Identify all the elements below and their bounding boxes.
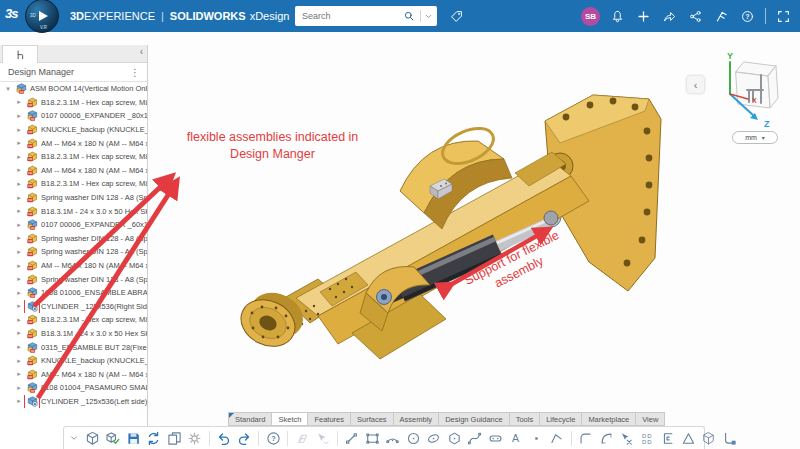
- tree-item[interactable]: ▸CYLINDER _125x536(Right Side...: [0, 300, 147, 314]
- expand-caret-icon[interactable]: ▸: [15, 207, 23, 215]
- tree-item[interactable]: ▸CYLINDER _125x536(Left side) (...: [0, 395, 147, 409]
- tree-item[interactable]: ▸swSpring washer DIN 128 - A8 (Spri...: [0, 272, 147, 286]
- tree-item[interactable]: ▸sw0108 01004_PASAMURO SMAL...: [0, 381, 147, 395]
- expand-caret-icon[interactable]: ▸: [15, 234, 23, 242]
- undo-icon[interactable]: [215, 430, 232, 447]
- pattern-icon[interactable]: DDDD: [639, 430, 656, 447]
- expand-caret-icon[interactable]: ▸: [15, 329, 23, 337]
- help-circle-icon[interactable]: ?: [739, 8, 756, 25]
- polyline-icon[interactable]: [548, 430, 565, 447]
- tab-sketch[interactable]: Sketch: [272, 412, 308, 426]
- tree-item[interactable]: ▸swAM -- M64 x 180 N (AM -- M64 x...: [0, 136, 147, 150]
- sync-icon[interactable]: [145, 430, 162, 447]
- mirror-icon[interactable]: [680, 430, 697, 447]
- trim-icon[interactable]: [618, 430, 635, 447]
- tree-item[interactable]: ▸sw1008 01006_ENSAMBLE ABRAZ...: [0, 286, 147, 300]
- expand-icon[interactable]: [775, 8, 792, 25]
- import-export-icon[interactable]: [166, 430, 183, 447]
- tree-item[interactable]: ▸swB18.2.3.1M - Hex cap screw, M8 ...: [0, 313, 147, 327]
- panel-collapse-icon[interactable]: ‹: [140, 46, 143, 57]
- expand-caret-icon[interactable]: ▸: [15, 166, 23, 174]
- tree-item[interactable]: ▸sw0107 00006_EXPANDER _60x14...: [0, 218, 147, 232]
- tab-surfaces[interactable]: Surfaces: [351, 412, 394, 426]
- search-input[interactable]: [302, 11, 400, 21]
- tree-item[interactable]: ▸swSpring washer DIN 128 - A8 (Spri...: [0, 191, 147, 205]
- tag-icon[interactable]: [447, 7, 465, 25]
- tree-item[interactable]: ▸sw0107 00006_EXPANDER _80x14...: [0, 109, 147, 123]
- tree-item[interactable]: ▸swB18.3.1M - 24 x 3.0 x 50 Hex SH...: [0, 327, 147, 341]
- convert-entities-icon[interactable]: [721, 430, 738, 447]
- expand-caret-icon[interactable]: ▸: [15, 98, 23, 106]
- tab-lifecycle[interactable]: Lifecycle: [540, 412, 582, 426]
- tab-features[interactable]: Features: [308, 412, 351, 426]
- tab-tools[interactable]: Tools: [510, 412, 541, 426]
- view-cube[interactable]: Y Z X: [710, 50, 784, 130]
- expand-caret-icon[interactable]: ▸: [15, 194, 23, 202]
- tree-item[interactable]: ▸sw0315_ENSAMBLE BUT 28(Fixed)...: [0, 340, 147, 354]
- kebab-menu-icon[interactable]: ⋮: [130, 67, 147, 78]
- validate-part-icon[interactable]: [104, 430, 121, 447]
- sketch-text-icon[interactable]: A: [507, 430, 524, 447]
- box-3d-icon[interactable]: [700, 430, 717, 447]
- expand-caret-icon[interactable]: ▸: [15, 302, 23, 310]
- share-network-icon[interactable]: [687, 8, 704, 25]
- expand-caret-icon[interactable]: ▸: [15, 370, 23, 378]
- search-icon[interactable]: [400, 8, 417, 25]
- save-icon[interactable]: [125, 430, 142, 447]
- line-icon[interactable]: [343, 430, 360, 447]
- expand-caret-icon[interactable]: ▸: [15, 180, 23, 188]
- tree-item[interactable]: ▾swASM BOOM 14(Vertical Motion Only): [0, 82, 147, 96]
- viewport-collapse-icon[interactable]: ‹: [687, 76, 704, 93]
- tree-item[interactable]: ▸swB18.2.3.1M - Hex cap screw, M8 ...: [0, 96, 147, 110]
- toolbar-collapse-icon[interactable]: [68, 433, 80, 443]
- add-icon[interactable]: [635, 8, 652, 25]
- tree-item[interactable]: ▸swB18.2.3.1M - Hex cap screw, M8 ...: [0, 177, 147, 191]
- tab-assembly[interactable]: Assembly: [394, 412, 440, 426]
- rectangle-icon[interactable]: [364, 430, 381, 447]
- tab-view[interactable]: View: [636, 412, 665, 426]
- design-tools-icon[interactable]: [713, 8, 730, 25]
- expand-caret-icon[interactable]: ▸: [15, 289, 23, 297]
- slot-icon[interactable]: [487, 430, 504, 447]
- polygon-icon[interactable]: [446, 430, 463, 447]
- tree-item[interactable]: ▸swAM -- M64 x 180 N (AM -- M64 x...: [0, 164, 147, 178]
- tree-item[interactable]: ▸swSpring washer DIN 128 - A8 (Spri...: [0, 245, 147, 259]
- units-dropdown[interactable]: mm▾: [732, 131, 778, 144]
- help-icon[interactable]: ?: [265, 430, 282, 447]
- tree-item[interactable]: ▸swB18.3.1M - 24 x 3.0 x 50 Hex SH...: [0, 204, 147, 218]
- search-scope-chevron-icon[interactable]: [424, 7, 433, 25]
- design-manager-tab[interactable]: [2, 45, 38, 63]
- lasso-select-icon[interactable]: [314, 430, 331, 447]
- expand-caret-icon[interactable]: ▸: [15, 248, 23, 256]
- new-part-icon[interactable]: [84, 430, 101, 447]
- compass-icon[interactable]: 3D V.R: [25, 0, 59, 33]
- expand-caret-icon[interactable]: ▸: [15, 153, 23, 161]
- avatar[interactable]: SB: [581, 7, 600, 26]
- redo-icon[interactable]: [236, 430, 253, 447]
- expand-caret-icon[interactable]: ▸: [15, 397, 23, 405]
- expand-caret-icon[interactable]: ▸: [15, 262, 23, 270]
- point-icon[interactable]: [528, 430, 545, 447]
- expand-caret-icon[interactable]: ▸: [15, 221, 23, 229]
- expand-caret-icon[interactable]: ▾: [4, 85, 12, 93]
- tree-item[interactable]: ▸swKNUCKLE_backup (KNUCKLE_b...: [0, 354, 147, 368]
- expand-caret-icon[interactable]: ▸: [15, 384, 23, 392]
- tree-item[interactable]: ▸swAM -- M64 x 180 N (AM -- M64 x...: [0, 259, 147, 273]
- tab-standard[interactable]: Standard: [228, 412, 272, 426]
- plane-icon[interactable]: [294, 430, 311, 447]
- expand-caret-icon[interactable]: ▸: [15, 126, 23, 134]
- tree-item[interactable]: ▸swAM -- M64 x 180 N (AM -- M64 x...: [0, 367, 147, 381]
- tab-design-guidance[interactable]: Design Guidance: [439, 412, 510, 426]
- expand-caret-icon[interactable]: ▸: [15, 357, 23, 365]
- arc-icon[interactable]: [384, 430, 401, 447]
- expand-caret-icon[interactable]: ▸: [15, 343, 23, 351]
- circle-icon[interactable]: [405, 430, 422, 447]
- fillet-icon[interactable]: [598, 430, 615, 447]
- expand-caret-icon[interactable]: ▸: [15, 275, 23, 283]
- offset-icon[interactable]: [659, 430, 676, 447]
- tree-item[interactable]: ▸swKNUCKLE_backup (KNUCKLE_b...: [0, 123, 147, 137]
- tree-item[interactable]: ▸swB18.2.3.1M - Hex cap screw, M8 ...: [0, 150, 147, 164]
- settings-gear-icon[interactable]: [186, 430, 203, 447]
- tab-marketplace[interactable]: Marketplace: [582, 412, 636, 426]
- expand-caret-icon[interactable]: ▸: [15, 139, 23, 147]
